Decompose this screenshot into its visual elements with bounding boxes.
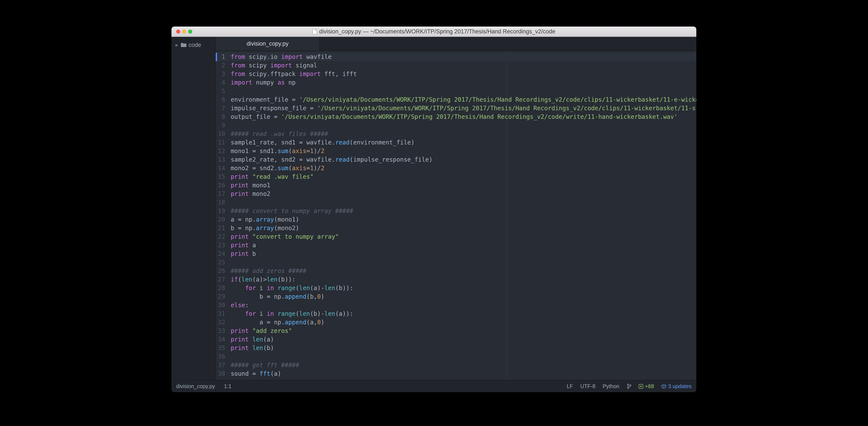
code-line[interactable]: 10##### read .wav files ##### — [216, 130, 696, 138]
code-line[interactable]: 19##### convert to numpy array ##### — [216, 207, 696, 215]
code-line[interactable]: 34print len(a) — [216, 335, 696, 344]
line-number[interactable]: 21 — [216, 224, 225, 232]
code-line[interactable]: 29 b = np.append(b,0) — [216, 292, 696, 301]
line-number[interactable]: 35 — [216, 344, 225, 352]
code-line[interactable]: 30else: — [216, 301, 696, 310]
code-token: len — [299, 310, 310, 317]
line-number[interactable]: 36 — [216, 352, 225, 361]
line-number[interactable]: 23 — [216, 241, 225, 250]
line-number[interactable]: 30 — [216, 301, 225, 310]
line-number[interactable]: 38 — [216, 369, 225, 378]
code-line[interactable]: 16print mono1 — [216, 181, 696, 190]
status-git-branch[interactable] — [627, 384, 631, 389]
line-number[interactable]: 26 — [216, 267, 225, 275]
code-line[interactable]: 11sample1_rate, snd1 = wavfile.read(envi… — [216, 138, 696, 147]
chevron-right-icon[interactable]: ▸ — [175, 42, 179, 48]
code-line[interactable]: 2from scipy import signal — [216, 61, 696, 70]
code-line[interactable]: 6environment_file = '/Users/viniyata/Doc… — [216, 95, 696, 104]
line-number[interactable]: 28 — [216, 284, 225, 292]
code-line[interactable]: 17print mono2 — [216, 190, 696, 198]
line-number[interactable]: 24 — [216, 250, 225, 258]
line-number[interactable]: 13 — [216, 155, 225, 164]
code-line[interactable]: 38sound = fft(a) — [216, 369, 696, 378]
code-line[interactable]: 32 a = np.append(a,0) — [216, 318, 696, 327]
code-line[interactable]: 7impulse_response_file = '/Users/viniyat… — [216, 104, 696, 113]
line-number[interactable]: 29 — [216, 292, 225, 301]
line-number[interactable]: 10 — [216, 130, 225, 138]
code-text: for i in range(len(a)-len(b)): — [225, 284, 353, 292]
close-button-icon[interactable] — [176, 30, 180, 34]
code-line[interactable]: 36 — [216, 352, 696, 361]
code-line[interactable]: 1from scipy.io import wavfile — [216, 53, 696, 61]
line-number[interactable]: 1 — [216, 53, 225, 61]
line-number[interactable]: 34 — [216, 335, 225, 344]
line-number[interactable]: 5 — [216, 87, 225, 95]
line-number[interactable]: 17 — [216, 190, 225, 198]
code-line[interactable]: 18 — [216, 198, 696, 207]
code-line[interactable]: 20a = np.array(mono1) — [216, 215, 696, 224]
tab-division-copy[interactable]: division_copy.py — [216, 37, 320, 51]
code-token: ##### get fft ##### — [231, 362, 299, 369]
code-line[interactable]: 28 for i in range(len(a)-len(b)): — [216, 284, 696, 292]
line-number[interactable]: 27 — [216, 275, 225, 284]
line-number[interactable]: 8 — [216, 113, 225, 121]
line-number[interactable]: 12 — [216, 147, 225, 155]
code-text: print len(a) — [225, 335, 274, 344]
code-token: print — [231, 336, 249, 343]
code-line[interactable]: 13sample2_rate, snd2 = wavfile.read(impu… — [216, 155, 696, 164]
line-number[interactable]: 3 — [216, 70, 225, 78]
status-encoding[interactable]: UTF-8 — [580, 383, 595, 389]
zoom-button-icon[interactable] — [188, 30, 192, 34]
code-line[interactable]: 21b = np.array(mono2) — [216, 224, 696, 232]
status-cursor-position[interactable]: 1:1 — [224, 383, 231, 389]
line-number[interactable]: 14 — [216, 164, 225, 173]
code-line[interactable]: 26##### add zeros ##### — [216, 267, 696, 275]
line-number[interactable]: 16 — [216, 181, 225, 190]
line-number[interactable]: 11 — [216, 138, 225, 147]
code-line[interactable]: 8output_file = '/Users/viniyata/Document… — [216, 113, 696, 121]
code-line[interactable]: 35print len(b) — [216, 344, 696, 352]
status-updates[interactable]: 3 updates — [661, 383, 692, 389]
line-number[interactable]: 7 — [216, 104, 225, 113]
code-line[interactable]: 14mono2 = snd2.sum(axis=1)/2 — [216, 164, 696, 173]
status-git-diff[interactable]: +68 — [639, 383, 654, 389]
line-number[interactable]: 37 — [216, 361, 225, 369]
code-line[interactable]: 33print "add zeros" — [216, 327, 696, 335]
line-number[interactable]: 9 — [216, 121, 225, 130]
code-line[interactable]: 12mono1 = snd1.sum(axis=1)/2 — [216, 147, 696, 155]
window-titlebar[interactable]: division_copy.py — ~/Documents/WORK/ITP/… — [172, 27, 696, 37]
code-line[interactable]: 27if(len(a)>len(b)): — [216, 275, 696, 284]
code-line[interactable]: 37##### get fft ##### — [216, 361, 696, 369]
code-line[interactable]: 5 — [216, 87, 696, 95]
line-number[interactable]: 19 — [216, 207, 225, 215]
code-line[interactable]: 4import numpy as np — [216, 78, 696, 87]
tree-view[interactable]: ▸ code — [172, 37, 216, 380]
status-grammar[interactable]: Python — [603, 383, 619, 389]
line-number[interactable]: 32 — [216, 318, 225, 327]
code-line[interactable]: 22print "convert to numpy array" — [216, 232, 696, 241]
line-number[interactable]: 31 — [216, 310, 225, 318]
code-line[interactable]: 25 — [216, 258, 696, 267]
line-number[interactable]: 6 — [216, 95, 225, 104]
status-file-name[interactable]: division_copy.py — [176, 383, 215, 389]
code-editor[interactable]: 1from scipy.io import wavfile2from scipy… — [216, 51, 696, 380]
code-line[interactable]: 3from scipy.fftpack import fft, ifft — [216, 70, 696, 78]
minimize-button-icon[interactable] — [182, 30, 186, 34]
line-number[interactable]: 25 — [216, 258, 225, 267]
line-number[interactable]: 20 — [216, 215, 225, 224]
code-text: ##### convert to numpy array ##### — [225, 207, 353, 215]
line-number[interactable]: 4 — [216, 78, 225, 87]
code-line[interactable]: 9 — [216, 121, 696, 130]
line-number[interactable]: 18 — [216, 198, 225, 207]
code-line[interactable]: 23print a — [216, 241, 696, 250]
code-line[interactable]: 15print "read .wav files" — [216, 173, 696, 181]
status-line-ending[interactable]: LF — [567, 383, 573, 389]
line-number[interactable]: 2 — [216, 61, 225, 70]
line-number[interactable]: 15 — [216, 173, 225, 181]
code-line[interactable]: 31 for i in range(len(b)-len(a)): — [216, 310, 696, 318]
line-number[interactable]: 22 — [216, 232, 225, 241]
code-line[interactable]: 24print b — [216, 250, 696, 258]
line-number[interactable]: 33 — [216, 327, 225, 335]
tree-item-code-folder[interactable]: ▸ code — [172, 41, 215, 49]
window-title: division_copy.py — ~/Documents/WORK/ITP/… — [319, 28, 555, 35]
